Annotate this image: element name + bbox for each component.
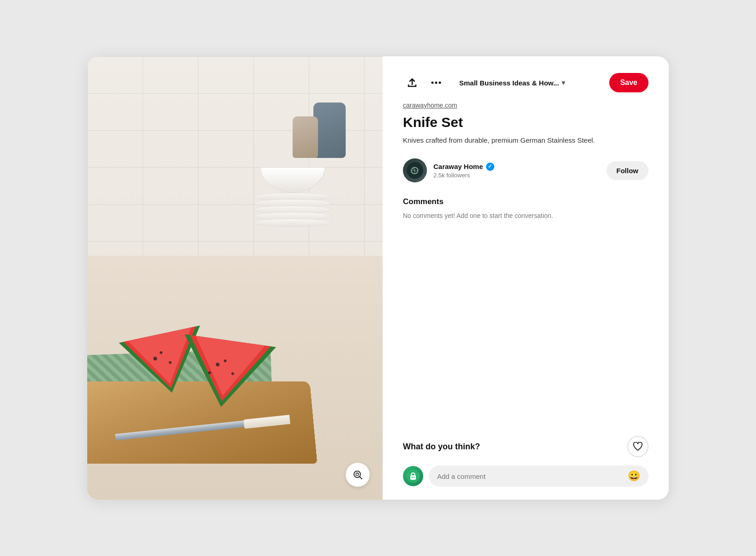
author-avatar[interactable]	[403, 158, 427, 182]
toolbar: Small Business Ideas & How... ▾ Save	[403, 73, 648, 92]
info-panel: Small Business Ideas & How... ▾ Save car…	[383, 56, 669, 500]
pin-card: Small Business Ideas & How... ▾ Save car…	[87, 56, 669, 500]
pin-description: Knives crafted from durable, premium Ger…	[403, 135, 648, 145]
dishes-stack	[253, 167, 336, 225]
dots-icon	[431, 81, 441, 84]
current-user-avatar	[403, 466, 423, 486]
more-options-button[interactable]	[427, 73, 445, 92]
comments-title: Comments	[403, 197, 648, 206]
emoji-button[interactable]: 😀	[628, 470, 640, 482]
svg-point-9	[432, 82, 434, 84]
lens-icon	[352, 469, 363, 480]
author-name: Caraway Home	[433, 163, 483, 170]
visual-search-button[interactable]	[346, 463, 370, 487]
svg-rect-16	[414, 477, 414, 478]
verified-badge: ✓	[486, 163, 494, 171]
author-row: Caraway Home ✓ 2.5k followers Follow	[403, 158, 648, 182]
vase-beige	[293, 116, 318, 158]
watermelon-slice-2	[175, 334, 276, 413]
board-name-label: Small Business Ideas & How...	[459, 79, 559, 87]
reaction-label: What do you think?	[403, 442, 480, 452]
pin-image-panel	[87, 56, 383, 500]
comment-input[interactable]	[437, 472, 624, 480]
author-info: Caraway Home ✓ 2.5k followers	[433, 163, 600, 179]
pin-title: Knife Set	[403, 115, 648, 130]
board-selector-button[interactable]: Small Business Ideas & How... ▾	[453, 73, 571, 92]
author-followers: 2.5k followers	[433, 172, 600, 179]
svg-rect-15	[412, 477, 413, 478]
comment-input-row: 😀	[403, 465, 648, 487]
heart-icon	[633, 442, 643, 451]
chevron-down-icon: ▾	[562, 79, 565, 86]
svg-rect-14	[410, 475, 416, 480]
follow-button[interactable]: Follow	[606, 161, 649, 180]
heart-button[interactable]	[627, 436, 648, 457]
save-button[interactable]: Save	[609, 73, 648, 92]
comment-input-wrap[interactable]: 😀	[429, 465, 648, 487]
vase-gray	[313, 103, 346, 158]
user-avatar-icon	[407, 470, 420, 483]
upload-icon	[407, 78, 417, 88]
upload-button[interactable]	[403, 73, 421, 92]
spacer	[403, 230, 648, 421]
svg-point-10	[435, 82, 438, 84]
checkmark-icon: ✓	[488, 163, 492, 169]
author-logo	[407, 162, 423, 179]
emoji-icon: 😀	[628, 470, 640, 482]
comments-section: Comments No comments yet! Add one to sta…	[403, 197, 648, 219]
source-link[interactable]: carawayhome.com	[403, 102, 648, 109]
plate-5	[253, 218, 332, 227]
svg-point-11	[439, 82, 441, 84]
reaction-row: What do you think?	[403, 421, 648, 457]
author-name-row: Caraway Home ✓	[433, 163, 600, 171]
tile-background	[87, 56, 383, 287]
no-comments-message: No comments yet! Add one to start the co…	[403, 212, 648, 219]
bowl	[260, 167, 325, 193]
